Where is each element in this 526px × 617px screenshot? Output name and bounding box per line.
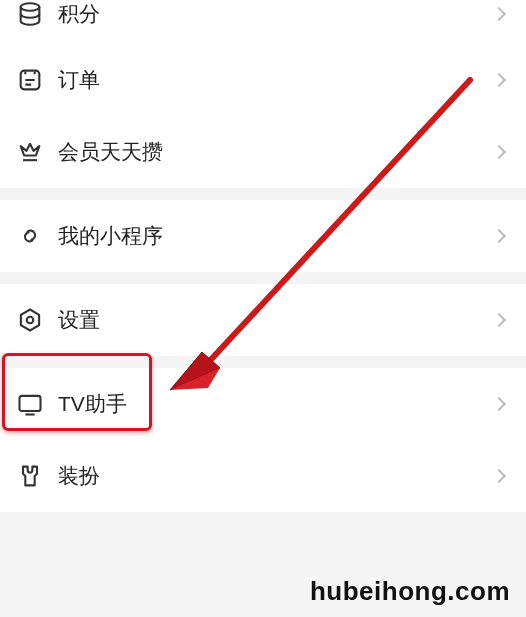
settings-icon (16, 306, 44, 334)
points-icon (16, 0, 44, 28)
chevron-right-icon (492, 73, 506, 87)
chevron-right-icon (492, 313, 506, 327)
svg-point-2 (27, 317, 34, 324)
menu-item-label: 积分 (58, 0, 494, 28)
menu-item-label: 装扮 (58, 462, 494, 490)
menu-item-label: 设置 (58, 306, 494, 334)
chevron-right-icon (492, 469, 506, 483)
chevron-right-icon (492, 397, 506, 411)
svg-point-0 (21, 3, 40, 10)
tv-icon (16, 390, 44, 418)
menu-item-label: 订单 (58, 66, 494, 94)
mini-program-icon (16, 222, 44, 250)
menu-item-label: TV助手 (58, 390, 494, 418)
chevron-right-icon (492, 7, 506, 21)
menu-item-decoration[interactable]: 装扮 (0, 440, 526, 512)
chevron-right-icon (492, 229, 506, 243)
orders-icon (16, 66, 44, 94)
chevron-right-icon (492, 145, 506, 159)
menu-item-label: 我的小程序 (58, 222, 494, 250)
menu-item-tv-helper[interactable]: TV助手 (0, 368, 526, 440)
watermark-text: hubeihong.com (310, 576, 510, 607)
member-icon (16, 138, 44, 166)
menu-item-label: 会员天天攒 (58, 138, 494, 166)
menu-item-points[interactable]: 积分 (0, 0, 526, 44)
decoration-icon (16, 462, 44, 490)
menu-item-settings[interactable]: 设置 (0, 284, 526, 356)
menu-item-orders[interactable]: 订单 (0, 44, 526, 116)
svg-rect-3 (20, 396, 41, 411)
menu-item-mini-programs[interactable]: 我的小程序 (0, 200, 526, 272)
menu-item-member-daily[interactable]: 会员天天攒 (0, 116, 526, 188)
